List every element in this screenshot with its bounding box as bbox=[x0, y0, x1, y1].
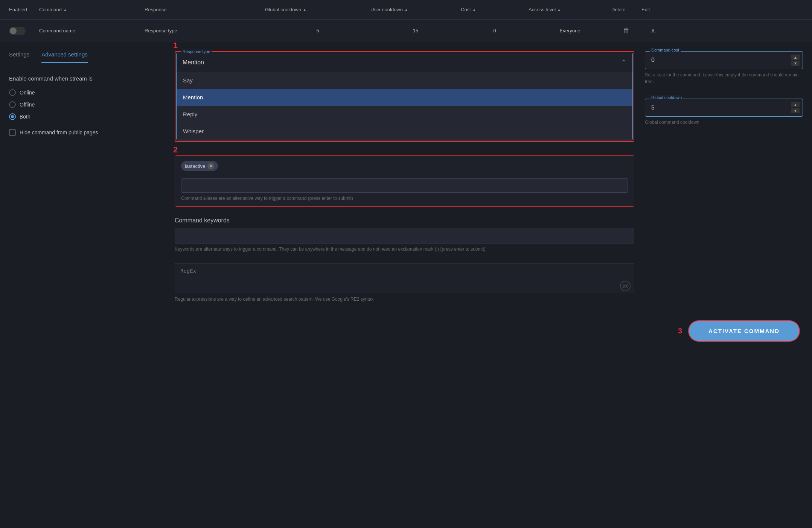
th-ucooldown[interactable]: User cooldown ▲ bbox=[370, 7, 461, 12]
global-cooldown-hint: Global command cooldown bbox=[645, 119, 803, 126]
th-access[interactable]: Access level ▲ bbox=[529, 7, 611, 12]
td-ucooldown: 15 bbox=[370, 28, 461, 33]
regex-section: 100 Regular expressions are a way to def… bbox=[175, 263, 634, 302]
main-content: Settings Advanced settings Enable comman… bbox=[0, 42, 812, 311]
command-cost-field: Command cost ▲ ▼ bbox=[645, 51, 803, 69]
keywords-section: Command keywords Keywords are alternate … bbox=[175, 217, 634, 253]
radio-group: Online Offline Both bbox=[9, 89, 163, 120]
ucooldown-sort-icon: ▲ bbox=[404, 8, 408, 12]
step1-container: 1 Response type Mention ⌃ Say bbox=[175, 51, 634, 142]
option-reply[interactable]: Reply bbox=[177, 106, 632, 123]
command-sort-icon: ▲ bbox=[63, 8, 67, 12]
alias-input[interactable] bbox=[181, 178, 628, 193]
two-col-layout: 1 Response type Mention ⌃ Say bbox=[175, 51, 803, 302]
tabs: Settings Advanced settings bbox=[9, 51, 163, 63]
command-cost-hint: Set a cost for the command. Leave this e… bbox=[645, 72, 803, 85]
delete-icon[interactable]: 🗑 bbox=[623, 27, 630, 35]
th-gcooldown[interactable]: Global cooldown ▲ bbox=[265, 7, 370, 12]
global-cooldown-input-row: ▲ ▼ bbox=[645, 99, 803, 116]
stream-condition-label: Enable command when stream is bbox=[9, 75, 163, 82]
collapse-icon[interactable]: ∧ bbox=[651, 27, 655, 35]
global-cooldown-spinner: ▲ ▼ bbox=[788, 100, 803, 115]
right-panel: 1 Response type Mention ⌃ Say bbox=[175, 51, 803, 302]
enable-toggle[interactable] bbox=[9, 27, 26, 35]
radio-both-label: Both bbox=[20, 114, 30, 120]
global-cooldown-input[interactable] bbox=[645, 99, 788, 116]
alias-tag-close-icon[interactable]: ✕ bbox=[207, 163, 214, 169]
radio-online-label: Online bbox=[20, 90, 35, 96]
radio-online-circle bbox=[9, 89, 16, 96]
alias-tag-lastactive: lastactive ✕ bbox=[181, 161, 218, 171]
table-row: Command name Response type 5 15 0 Everyo… bbox=[0, 20, 812, 42]
regex-input[interactable] bbox=[175, 263, 634, 293]
global-cooldown-label: Global cooldown bbox=[650, 95, 683, 100]
tab-advanced-settings[interactable]: Advanced settings bbox=[41, 51, 88, 63]
gcooldown-sort-icon: ▲ bbox=[303, 8, 306, 12]
radio-offline-circle bbox=[9, 101, 16, 108]
response-type-selected[interactable]: Mention ⌃ bbox=[177, 53, 632, 72]
response-type-redbox: Response type Mention ⌃ Say Mention bbox=[175, 51, 634, 142]
gcooldown-spinner-down-btn[interactable]: ▼ bbox=[791, 108, 800, 113]
option-whisper[interactable]: Whisper bbox=[177, 123, 632, 140]
alias-hint: Command aliases are an alternative way t… bbox=[181, 196, 628, 201]
regex-hint: Regular expressions are a way to define … bbox=[175, 297, 634, 302]
spinner-up-btn[interactable]: ▲ bbox=[791, 55, 800, 60]
tab-settings[interactable]: Settings bbox=[9, 51, 29, 63]
td-cost: 0 bbox=[461, 28, 529, 33]
step2-container: 2 lastactive ✕ Command aliases are an al… bbox=[175, 155, 634, 207]
response-type-field-label: Response type bbox=[181, 49, 212, 54]
radio-online[interactable]: Online bbox=[9, 89, 163, 96]
table-header: Enabled Command ▲ Response Global cooldo… bbox=[0, 0, 812, 20]
step3-label: 3 bbox=[678, 327, 682, 335]
response-type-dropdown[interactable]: Response type Mention ⌃ Say Mention bbox=[176, 53, 633, 140]
spinner-down-btn[interactable]: ▼ bbox=[791, 61, 800, 66]
radio-both[interactable]: Both bbox=[9, 113, 163, 120]
dropdown-chevron-icon: ⌃ bbox=[621, 58, 626, 67]
th-command[interactable]: Command ▲ bbox=[39, 7, 145, 12]
global-cooldown-container: Global cooldown ▲ ▼ Global command coold… bbox=[645, 99, 803, 126]
td-edit[interactable]: ∧ bbox=[641, 27, 664, 35]
bottom-bar: 3 ACTIVATE COMMAND bbox=[0, 311, 812, 351]
command-cost-input[interactable] bbox=[645, 52, 788, 69]
radio-offline[interactable]: Offline bbox=[9, 101, 163, 108]
access-sort-icon: ▲ bbox=[557, 8, 561, 12]
td-command: Command name bbox=[39, 28, 145, 33]
cost-sort-icon: ▲ bbox=[472, 8, 476, 12]
right-col: Command cost ▲ ▼ Set a cost for the comm… bbox=[645, 51, 803, 302]
option-say[interactable]: Say bbox=[177, 72, 632, 89]
td-delete[interactable]: 🗑 bbox=[611, 27, 641, 35]
regex-wrapper: 100 bbox=[175, 263, 634, 294]
regex-counter: 100 bbox=[620, 281, 631, 291]
option-mention[interactable]: Mention bbox=[177, 89, 632, 106]
hide-public-label: Hide command from public pages bbox=[20, 129, 98, 135]
th-enabled: Enabled bbox=[9, 7, 39, 12]
left-col: 1 Response type Mention ⌃ Say bbox=[175, 51, 634, 302]
aliases-box: lastactive ✕ Command aliases are an alte… bbox=[175, 155, 634, 207]
step1-label: 1 bbox=[173, 41, 178, 50]
left-panel: Settings Advanced settings Enable comman… bbox=[9, 51, 175, 302]
command-cost-spinner: ▲ ▼ bbox=[788, 53, 803, 67]
response-type-options: Say Mention Reply Whisper bbox=[177, 72, 632, 140]
td-response: Response type bbox=[145, 28, 265, 33]
keywords-input[interactable] bbox=[175, 228, 634, 243]
th-edit: Edit bbox=[641, 7, 664, 12]
keywords-hint: Keywords are alternate ways to trigger a… bbox=[175, 246, 634, 253]
global-cooldown-field: Global cooldown ▲ ▼ bbox=[645, 99, 803, 117]
th-cost[interactable]: Cost ▲ bbox=[461, 7, 529, 12]
command-cost-label: Command cost bbox=[650, 48, 681, 52]
step2-label: 2 bbox=[173, 145, 178, 155]
radio-both-circle bbox=[9, 113, 16, 120]
gcooldown-spinner-up-btn[interactable]: ▲ bbox=[791, 102, 800, 107]
command-cost-container: Command cost ▲ ▼ Set a cost for the comm… bbox=[645, 51, 803, 85]
hide-public-checkbox-box bbox=[9, 129, 16, 136]
th-response: Response bbox=[145, 7, 265, 12]
td-access: Everyone bbox=[529, 28, 611, 33]
keywords-title: Command keywords bbox=[175, 217, 634, 224]
td-gcooldown: 5 bbox=[265, 28, 370, 33]
alias-tags-container: lastactive ✕ bbox=[181, 161, 628, 175]
th-delete: Delete bbox=[611, 7, 641, 12]
td-enabled bbox=[9, 27, 39, 35]
radio-offline-label: Offline bbox=[20, 102, 35, 108]
hide-public-checkbox[interactable]: Hide command from public pages bbox=[9, 129, 163, 136]
activate-command-button[interactable]: ACTIVATE COMMAND bbox=[688, 320, 800, 342]
